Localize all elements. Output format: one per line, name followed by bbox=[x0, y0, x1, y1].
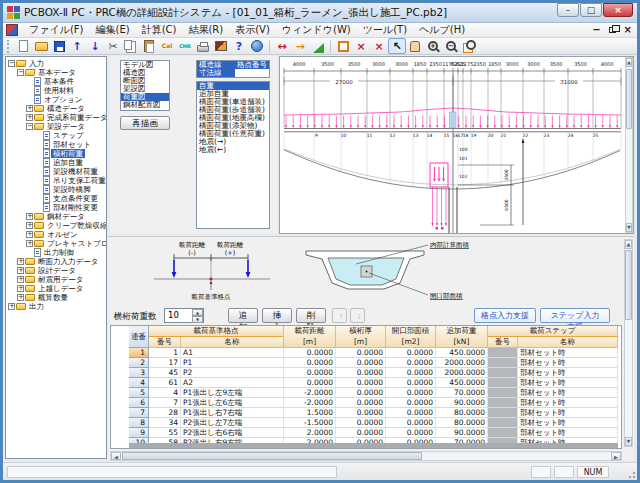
table-cell[interactable]: 部材セット時 bbox=[518, 398, 618, 408]
scroll-right-icon[interactable]: ▶ bbox=[611, 452, 621, 460]
table-cell[interactable]: P1 bbox=[181, 358, 284, 368]
overlay-option[interactable]: 格点番号 bbox=[235, 61, 269, 69]
table-cell[interactable]: 0.0000 bbox=[386, 358, 436, 368]
resize-grip[interactable] bbox=[625, 468, 635, 478]
scroll-left-icon[interactable]: ◀ bbox=[111, 452, 121, 460]
table-cell[interactable]: P2張出し左7左端 bbox=[181, 418, 284, 428]
table-cell[interactable]: 部材セット時 bbox=[518, 348, 618, 358]
table-cell[interactable]: 0.0000 bbox=[284, 368, 336, 378]
table-cell[interactable]: 0.0000 bbox=[336, 358, 386, 368]
table-cell[interactable]: -2.0000 bbox=[284, 398, 336, 408]
toolbar-grip[interactable] bbox=[7, 40, 10, 53]
table-cell[interactable] bbox=[488, 378, 518, 388]
open-folder-icon[interactable] bbox=[32, 38, 50, 54]
table-row[interactable]: 955P2張出し右6右端2.00000.00000.000090.0000部材セ… bbox=[129, 428, 618, 438]
mdi-minimize-button[interactable]: − bbox=[592, 25, 600, 35]
table-cell[interactable]: 4 bbox=[149, 388, 181, 398]
minimize-button[interactable]: – bbox=[557, 3, 579, 17]
mdi-restore-button[interactable] bbox=[609, 27, 616, 33]
table-cell[interactable]: 1 bbox=[129, 348, 149, 358]
tree-item[interactable]: −架設データ bbox=[6, 122, 106, 131]
table-row[interactable]: 834P2張出し左7左端-1.50000.00000.000080.0000部材… bbox=[129, 418, 618, 428]
add-button[interactable]: 追加 bbox=[228, 308, 258, 323]
table-cell[interactable]: 1.5000 bbox=[284, 408, 336, 418]
zoom-out-icon[interactable]: − bbox=[442, 38, 460, 54]
table-cell[interactable]: 0.0000 bbox=[284, 358, 336, 368]
load-list-item[interactable]: 地震(←) bbox=[197, 146, 269, 154]
tree-expand-icon[interactable]: + bbox=[17, 276, 24, 283]
table-cell[interactable]: 6 bbox=[129, 398, 149, 408]
table-cell[interactable] bbox=[488, 408, 518, 418]
overlay-option[interactable]: 寸法線 bbox=[197, 69, 235, 77]
table-cell[interactable]: 2000.0000 bbox=[436, 368, 488, 378]
table-cell[interactable]: A1 bbox=[181, 348, 284, 358]
menu-item[interactable]: 結果(R) bbox=[182, 23, 229, 37]
menu-item[interactable]: 編集(E) bbox=[90, 23, 136, 37]
table-cell[interactable]: P2 bbox=[181, 368, 284, 378]
table-cell[interactable]: 7 bbox=[129, 408, 149, 418]
pan-hand-icon[interactable] bbox=[406, 38, 424, 54]
table-cell[interactable]: 0.0000 bbox=[336, 378, 386, 388]
table-cell[interactable]: 2000.0000 bbox=[436, 358, 488, 368]
graph-icon[interactable] bbox=[309, 38, 327, 54]
table-cell[interactable]: 0.0000 bbox=[336, 408, 386, 418]
tree-item[interactable]: 基本条件 bbox=[6, 77, 106, 86]
tree-item[interactable]: +概算数量 bbox=[6, 293, 106, 302]
table-cell[interactable]: 部材セット時 bbox=[518, 378, 618, 388]
tree-expand-icon[interactable]: + bbox=[26, 222, 33, 229]
jump-orange-icon[interactable]: → bbox=[291, 38, 309, 54]
tree-expand-icon[interactable]: + bbox=[26, 213, 33, 220]
table-cell[interactable]: 5 bbox=[129, 388, 149, 398]
zoom-window-icon[interactable] bbox=[460, 38, 478, 54]
table-cell[interactable]: 部材セット時 bbox=[518, 418, 618, 428]
table-row[interactable]: 11A10.00000.00000.0000450.0000部材セット時 bbox=[129, 348, 618, 358]
step-input-support-button[interactable]: ステップ入力支援 bbox=[540, 308, 610, 323]
table-row[interactable]: 728P1張出し右7右端1.50000.00000.000080.0000部材セ… bbox=[129, 408, 618, 418]
table-cell[interactable]: 部材セット時 bbox=[518, 368, 618, 378]
mdi-close-button[interactable]: × bbox=[624, 25, 632, 35]
tree-item[interactable]: +耐震用データ bbox=[6, 275, 106, 284]
spin-down-icon[interactable]: ▼ bbox=[192, 316, 203, 323]
table-cell[interactable]: 0.0000 bbox=[386, 398, 436, 408]
table-cell[interactable]: P1張出し左6左端 bbox=[181, 398, 284, 408]
tree-expand-icon[interactable]: + bbox=[26, 114, 33, 121]
check-icon[interactable]: CHK bbox=[176, 38, 194, 54]
tree-item[interactable]: +構造データ bbox=[6, 104, 106, 113]
tree-expand-icon[interactable]: − bbox=[26, 123, 33, 130]
table-cell[interactable]: 0.0000 bbox=[386, 378, 436, 388]
table-cell[interactable] bbox=[488, 398, 518, 408]
table-cell[interactable]: 0.0000 bbox=[336, 428, 386, 438]
scrollbar-thumb[interactable] bbox=[626, 69, 632, 129]
table-cell[interactable]: 0.0000 bbox=[336, 388, 386, 398]
scrollbar-thumb[interactable] bbox=[625, 250, 632, 320]
tree-expand-icon[interactable]: + bbox=[17, 258, 24, 265]
table-cell[interactable] bbox=[488, 428, 518, 438]
redraw-button[interactable]: 再描画 bbox=[120, 116, 170, 130]
tree-expand-icon[interactable]: − bbox=[8, 60, 15, 67]
table-cell[interactable]: 0.0000 bbox=[386, 388, 436, 398]
table-cell[interactable]: 8 bbox=[129, 418, 149, 428]
count-spinner[interactable]: ▲▼ bbox=[192, 309, 203, 322]
tree-item[interactable]: 部材剛性変更 bbox=[6, 203, 106, 212]
move-up-icon[interactable]: ↑ bbox=[68, 38, 86, 54]
tree-item[interactable]: −入力 bbox=[6, 59, 106, 68]
tree-item[interactable]: 使用材料 bbox=[6, 86, 106, 95]
table-cell[interactable]: 0.0000 bbox=[284, 378, 336, 388]
tree-item[interactable]: 支点条件変更 bbox=[6, 194, 106, 203]
table-row[interactable]: 54P1張出し左9左端-2.00000.00000.000070.0000部材セ… bbox=[129, 388, 618, 398]
table-cell[interactable]: 90.0000 bbox=[436, 398, 488, 408]
table-cell[interactable]: 0.0000 bbox=[386, 368, 436, 378]
move-down-icon[interactable]: ↓ bbox=[86, 38, 104, 54]
web-icon[interactable] bbox=[248, 38, 266, 54]
scroll-down-icon[interactable]: ▼ bbox=[626, 223, 632, 232]
table-cell[interactable]: 0.0000 bbox=[386, 418, 436, 428]
table-cell[interactable]: 80.0000 bbox=[436, 408, 488, 418]
table-cell[interactable]: 0.0000 bbox=[386, 428, 436, 438]
tree-item[interactable]: 部材セット bbox=[6, 140, 106, 149]
menu-item[interactable]: ファイル(F) bbox=[23, 23, 90, 37]
spin-up-icon[interactable]: ▲ bbox=[192, 309, 203, 316]
table-cell[interactable]: 61 bbox=[149, 378, 181, 388]
table-cell[interactable]: 450.0000 bbox=[436, 348, 488, 358]
print-icon[interactable] bbox=[194, 38, 212, 54]
table-cell[interactable]: P2張出し右6右端 bbox=[181, 428, 284, 438]
